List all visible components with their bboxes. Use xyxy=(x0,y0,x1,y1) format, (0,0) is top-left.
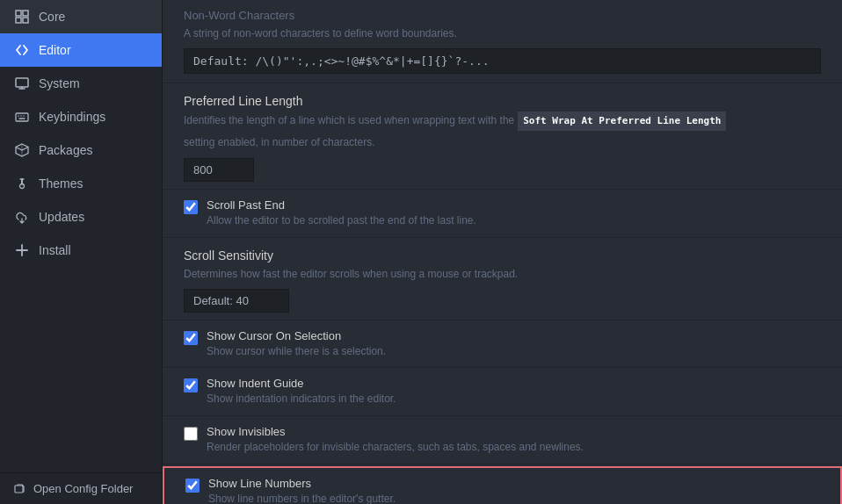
show-indent-content: Show Indent Guide Show indentation indic… xyxy=(207,377,396,407)
show-invisibles-checkbox-wrapper[interactable] xyxy=(184,427,198,443)
open-config-icon xyxy=(14,483,26,495)
show-line-numbers-title: Show Line Numbers xyxy=(208,477,396,490)
pll-desc-pre: Identifies the length of a line which is… xyxy=(184,112,514,129)
sidebar-item-install-label: Install xyxy=(39,243,71,257)
sidebar-bottom: Open Config Folder xyxy=(0,472,162,504)
show-invisibles-content: Show Invisibles Render placeholders for … xyxy=(207,425,584,455)
brush-icon xyxy=(14,176,30,191)
sidebar-item-editor-label: Editor xyxy=(39,43,71,57)
preferred-line-length-title: Preferred Line Length xyxy=(184,94,821,108)
show-cursor-checkbox[interactable] xyxy=(184,331,198,345)
svg-rect-0 xyxy=(16,11,21,16)
sidebar-item-updates-label: Updates xyxy=(39,210,84,224)
sidebar-item-keybindings-label: Keybindings xyxy=(39,110,105,124)
show-cursor-row: Show Cursor On Selection Show cursor whi… xyxy=(163,320,842,369)
non-word-section: Non-Word Characters A string of non-word… xyxy=(163,0,842,83)
scroll-past-end-desc: Allow the editor to be scrolled past the… xyxy=(207,213,476,228)
show-invisibles-row: Show Invisibles Render placeholders for … xyxy=(163,416,842,464)
main-content: Non-Word Characters A string of non-word… xyxy=(163,0,842,504)
svg-rect-4 xyxy=(16,78,28,87)
sidebar-item-editor[interactable]: Editor xyxy=(0,33,162,67)
show-indent-desc: Show indentation indicators in the edito… xyxy=(207,392,396,407)
pll-badge: Soft Wrap At Preferred Line Length xyxy=(518,112,726,131)
show-indent-title: Show Indent Guide xyxy=(207,377,396,390)
show-indent-row: Show Indent Guide Show indentation indic… xyxy=(163,368,842,416)
sidebar-item-keybindings[interactable]: Keybindings xyxy=(0,100,162,133)
sidebar-item-themes[interactable]: Themes xyxy=(0,167,162,200)
svg-rect-5 xyxy=(16,113,28,121)
non-word-title: Non-Word Characters xyxy=(184,9,821,22)
scroll-past-end-title: Scroll Past End xyxy=(207,198,476,212)
open-config-folder-button[interactable]: Open Config Folder xyxy=(0,473,162,504)
scroll-sensitivity-section: Scroll Sensitivity Determines how fast t… xyxy=(163,238,842,320)
non-word-value: Default: /\()"':,.;<>~!@#$%^&*|+=[]{}`?-… xyxy=(184,48,821,74)
pll-desc-post: setting enabled, in number of characters… xyxy=(184,134,374,151)
package-icon xyxy=(14,142,30,158)
show-invisibles-title: Show Invisibles xyxy=(207,425,584,438)
svg-rect-11 xyxy=(15,486,23,493)
code-icon xyxy=(14,42,30,58)
grid-icon xyxy=(14,9,30,25)
scroll-past-end-content: Scroll Past End Allow the editor to be s… xyxy=(207,198,476,228)
plus-icon xyxy=(14,242,30,258)
show-line-numbers-checkbox-wrapper[interactable] xyxy=(185,479,200,495)
show-line-numbers-desc: Show line numbers in the editor's gutter… xyxy=(208,492,396,504)
preferred-line-length-value[interactable]: 800 xyxy=(184,158,254,182)
show-cursor-title: Show Cursor On Selection xyxy=(207,329,386,342)
monitor-icon xyxy=(14,76,30,91)
cloud-icon xyxy=(14,209,30,225)
scroll-sensitivity-value[interactable]: Default: 40 xyxy=(184,289,289,313)
show-indent-checkbox-wrapper[interactable] xyxy=(184,378,198,395)
sidebar-item-packages-label: Packages xyxy=(39,143,92,157)
show-cursor-content: Show Cursor On Selection Show cursor whi… xyxy=(207,329,386,359)
open-config-label: Open Config Folder xyxy=(33,482,133,495)
sidebar-item-themes-label: Themes xyxy=(39,176,83,191)
show-cursor-checkbox-wrapper[interactable] xyxy=(184,331,198,348)
scroll-past-end-checkbox-wrapper[interactable] xyxy=(184,200,198,217)
scroll-sensitivity-desc: Determines how fast the editor scrolls w… xyxy=(184,266,821,282)
sidebar-item-packages[interactable]: Packages xyxy=(0,133,162,167)
show-line-numbers-checkbox[interactable] xyxy=(185,479,200,493)
sidebar-item-system[interactable]: System xyxy=(0,67,162,100)
scroll-past-end-checkbox[interactable] xyxy=(184,200,198,214)
sidebar-item-core-label: Core xyxy=(39,10,65,24)
sidebar-item-core[interactable]: Core xyxy=(0,0,162,33)
scroll-past-end-row: Scroll Past End Allow the editor to be s… xyxy=(163,190,842,238)
show-line-numbers-content: Show Line Numbers Show line numbers in t… xyxy=(208,477,396,504)
show-invisibles-checkbox[interactable] xyxy=(184,427,198,441)
sidebar: Core Editor System xyxy=(0,0,163,504)
preferred-line-length-desc: Identifies the length of a line which is… xyxy=(184,112,821,151)
non-word-desc: A string of non-word characters to defin… xyxy=(184,25,821,41)
sidebar-item-system-label: System xyxy=(39,76,80,90)
keyboard-icon xyxy=(14,109,30,125)
show-line-numbers-row: Show Line Numbers Show line numbers in t… xyxy=(163,466,842,504)
scroll-sensitivity-title: Scroll Sensitivity xyxy=(184,248,821,263)
preferred-line-length-section: Preferred Line Length Identifies the len… xyxy=(163,83,842,190)
svg-rect-2 xyxy=(16,18,21,23)
svg-rect-3 xyxy=(23,18,28,23)
sidebar-item-install[interactable]: Install xyxy=(0,234,162,267)
sidebar-item-updates[interactable]: Updates xyxy=(0,200,162,234)
show-cursor-desc: Show cursor while there is a selection. xyxy=(207,344,386,359)
show-indent-checkbox[interactable] xyxy=(184,378,198,392)
svg-rect-1 xyxy=(23,11,28,16)
show-invisibles-desc: Render placeholders for invisible charac… xyxy=(207,440,584,455)
